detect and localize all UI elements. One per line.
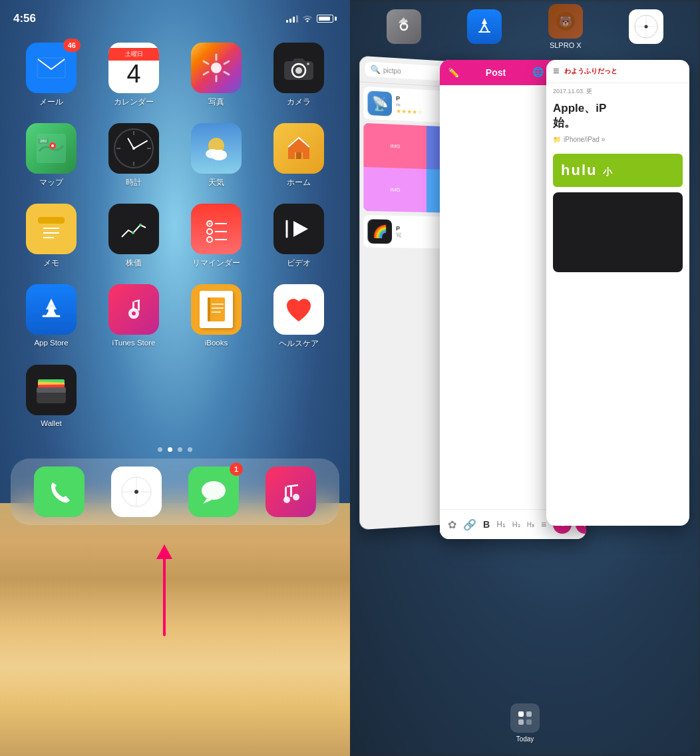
switcher-appstore-icon[interactable] [467,9,502,44]
app-label-camera: カメラ [287,97,311,107]
app-videos[interactable]: ビデオ [261,204,337,268]
svg-rect-0 [37,58,65,78]
card3-hulu-banner: hulu 小 [553,154,683,187]
safari-icon [111,467,162,517]
svg-line-61 [287,485,298,486]
app-switcher: 🐻 SLPRO X 🔍 pictpo [350,0,700,756]
svg-rect-73 [518,719,524,725]
svg-rect-60 [285,486,287,500]
app-label-notes: メモ [43,258,59,268]
card2-title: Post [486,67,506,78]
switcher-slpro-icon: 🐻 [548,4,583,39]
notes-icon [26,204,77,254]
svg-point-70 [645,25,648,29]
card2-globe-icon: 🌐 [532,67,544,79]
weather-icon [191,123,242,174]
app-notes[interactable]: メモ [13,204,89,268]
toolbar-flower-icon[interactable]: ✿ [448,518,456,531]
app-health[interactable]: ヘルスケア [261,284,337,349]
app-stocks[interactable]: 株価 [96,204,172,268]
badge-messages: 1 [230,463,243,476]
dot-2 [168,447,172,452]
app-maps[interactable]: 280 280 マップ [13,123,89,188]
dock-music[interactable] [256,467,326,517]
music-icon [265,467,316,517]
toolbar-link-icon[interactable]: 🔗 [463,518,476,531]
svg-point-27 [207,229,212,234]
appstore-icon [26,284,77,335]
app-home[interactable]: ホーム [261,123,337,188]
phone-icon [34,467,85,517]
videos-icon [273,204,324,254]
app-calendar[interactable]: 土曜日 4 カレンダー [96,43,172,107]
app-weather[interactable]: 天気 [178,123,254,188]
app-itunes[interactable]: iTunes Store [96,284,172,349]
clock-icon [108,123,159,174]
svg-point-14 [211,150,227,160]
switcher-slpro-item[interactable]: 🐻 SLPRO X [548,4,583,49]
app-label-health: ヘルスケア [279,339,319,349]
app-label-ibooks: iBooks [205,339,228,347]
dock: 1 [11,459,339,525]
switcher-today-item[interactable]: Today [510,703,540,743]
app-mail[interactable]: 46 メール [13,43,89,107]
toolbar-h2-icon[interactable]: H₂ [512,520,520,529]
today-widget-icon [510,703,540,733]
reminders-icon [191,204,242,254]
app-label-itunes: iTunes Store [112,339,156,347]
toolbar-h1-icon[interactable]: H₁ [496,520,506,529]
photos-icon [191,43,242,93]
svg-point-23 [139,224,142,226]
dock-messages[interactable]: 1 [178,467,249,517]
dock-phone[interactable] [24,467,94,517]
switcher-cards: 🔍 pictpo 📡 P m ★★★★☆ [350,53,700,599]
svg-point-55 [134,490,138,494]
app-photos[interactable]: 写真 [178,43,254,107]
bg-ocean [0,503,350,756]
calendar-icon: 土曜日 4 [108,43,159,93]
itunes-icon [108,284,159,335]
switcher-safari-icon[interactable] [629,9,663,44]
app-label-calendar: カレンダー [114,97,154,107]
svg-point-25 [209,223,211,225]
signal-icon [286,15,298,23]
svg-text:280: 280 [40,139,47,143]
camera-icon [273,43,324,93]
svg-point-29 [207,237,212,242]
svg-point-4 [295,67,302,74]
maps-icon: 280 280 [26,123,77,174]
app-reminders[interactable]: リマインダー [178,204,254,268]
app-clock[interactable]: 時計 [96,123,172,188]
switcher-slpro-label: SLPRO X [550,41,582,49]
switcher-card-wayoo[interactable]: ≡ わようふりだっと 2017.11.03. 更 Apple、iP始。 📁 iP… [546,60,689,526]
app-appstore[interactable]: App Store [13,284,89,349]
battery-icon [317,15,337,23]
swipe-up-arrow [163,556,166,636]
app-wallet[interactable]: Wallet [13,365,89,427]
card3-date: 2017.11.03. 更 [546,83,689,100]
svg-rect-17 [38,217,65,224]
app-ibooks[interactable]: iBooks [178,284,254,349]
wayoo-logo: わようふりだっと [564,67,617,76]
toolbar-list-icon[interactable]: ≡ [541,519,546,530]
switcher-settings-icon[interactable] [387,9,421,44]
app-label-clock: 時計 [126,178,142,188]
wifi-icon [302,14,313,24]
svg-rect-71 [518,711,524,717]
card3-dark-image [553,192,683,272]
app-label-mail: メール [39,97,63,107]
app-label-videos: ビデオ [287,258,311,268]
page-dots [0,447,350,452]
toolbar-h3-icon[interactable]: H₃ [527,521,534,528]
svg-point-5 [307,63,309,65]
svg-rect-59 [290,485,292,497]
svg-rect-49 [37,387,66,393]
app-camera[interactable]: カメラ [261,43,337,107]
svg-rect-15 [296,152,301,159]
status-icons [286,14,337,24]
toolbar-bold-icon[interactable]: B [483,519,490,530]
health-icon [273,284,324,335]
svg-point-58 [293,494,299,500]
calendar-day-number: 4 [126,61,140,89]
dock-safari[interactable] [101,467,172,517]
